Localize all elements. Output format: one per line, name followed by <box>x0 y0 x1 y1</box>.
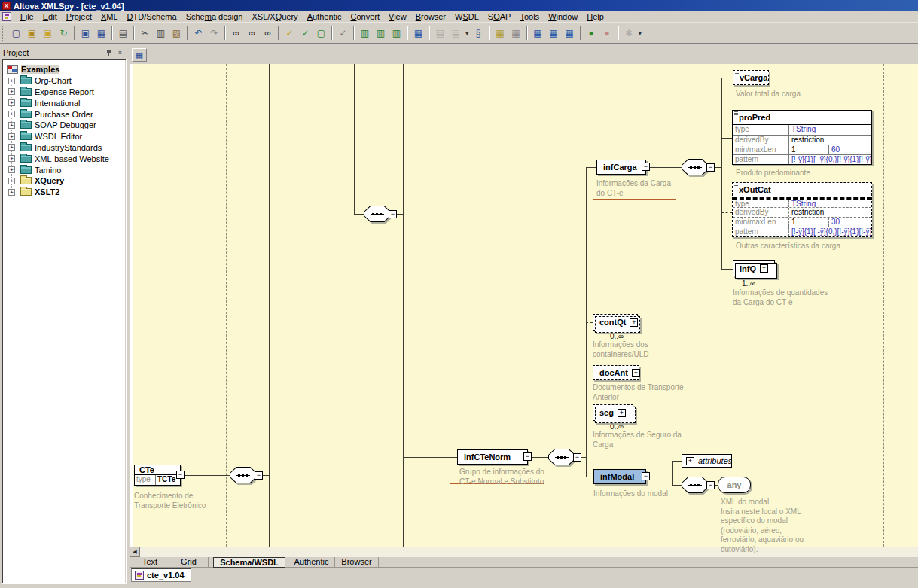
xsl-fo-transform-icon[interactable]: ▥ <box>374 26 388 40</box>
element-vcarga[interactable]: vCarga <box>733 70 769 85</box>
sidebar-item-wsdl-editor[interactable]: +WSDL Editor <box>2 131 126 142</box>
menu-tools[interactable]: Tools <box>515 11 544 22</box>
expand-toggle[interactable]: + <box>8 144 15 151</box>
menu-file[interactable]: File <box>16 11 38 22</box>
paste-icon[interactable]: ▧ <box>169 26 184 40</box>
expand-toggle-seg[interactable]: + <box>618 409 626 417</box>
collapse-toggle-infctenorm[interactable]: − <box>523 452 532 461</box>
collapse-toggle[interactable]: − <box>573 453 581 462</box>
collapse-toggle[interactable]: − <box>255 471 263 480</box>
menu-authentic[interactable]: Authentic <box>303 11 346 22</box>
expand-toggle[interactable]: + <box>8 155 15 162</box>
pin-icon[interactable] <box>104 48 114 57</box>
collapse-toggle-infcarga[interactable]: − <box>642 163 650 171</box>
sidebar-item-tamino[interactable]: +Tamino <box>2 164 126 175</box>
tab-text[interactable]: Text <box>131 557 169 567</box>
reload-icon[interactable]: ↻ <box>56 26 71 40</box>
db-export-icon[interactable]: ▦ <box>509 26 523 40</box>
element-infmodal[interactable]: infModal <box>593 469 646 484</box>
sequence-compositor[interactable] <box>364 206 391 222</box>
sequence-compositor-infmodal[interactable] <box>682 477 709 493</box>
attributes-box[interactable]: + attributes <box>682 454 732 468</box>
check-well-formed-icon[interactable]: ✓ <box>282 26 297 40</box>
sidebar-item-international[interactable]: +International <box>2 97 126 108</box>
show-globals-button[interactable]: ▦ <box>132 48 147 62</box>
print-icon[interactable]: ▤ <box>116 26 130 40</box>
toolbar-overflow-icon[interactable]: ▾ <box>639 29 642 37</box>
tab-schema-wsdl[interactable]: Schema/WSDL <box>213 557 285 568</box>
scripting-environment-icon[interactable]: ● <box>584 26 599 40</box>
undo-icon[interactable]: ↶ <box>191 26 206 40</box>
open-url-icon[interactable]: ▣ <box>41 26 55 40</box>
expand-toggle-docant[interactable]: + <box>632 369 640 377</box>
sequence-compositor-infctenorm[interactable] <box>548 449 575 465</box>
document-icon[interactable] <box>2 12 11 21</box>
element-infcarga[interactable]: infCarga <box>596 160 646 175</box>
table-view-icon[interactable]: ▦ <box>411 26 425 40</box>
menu-convert[interactable]: Convert <box>346 11 385 22</box>
sidebar-item-soap-debugger[interactable]: +SOAP Debugger <box>2 120 126 131</box>
element-docant[interactable]: docAnt + <box>593 365 639 380</box>
expand-toggle[interactable]: + <box>8 78 15 84</box>
sidebar-item-industrystandards[interactable]: +IndustryStandards <box>2 142 126 154</box>
collapse-toggle[interactable]: − <box>706 481 715 489</box>
expand-toggle[interactable]: + <box>8 178 15 184</box>
sidebar-item-xquery[interactable]: +XQuery <box>2 175 126 187</box>
copy-icon[interactable]: ▥ <box>154 26 168 40</box>
expand-toggle[interactable]: + <box>8 111 15 117</box>
collapse-toggle[interactable]: − <box>706 163 715 172</box>
element-infq[interactable]: infQ + <box>733 260 775 276</box>
redo-icon[interactable]: ↷ <box>207 26 221 40</box>
project-root-examples[interactable]: Examples <box>2 64 126 75</box>
expand-toggle[interactable]: + <box>8 99 15 106</box>
menu-soap[interactable]: SOAP <box>483 11 516 22</box>
file-tab-cte-v104[interactable]: cte_v1.04 <box>131 568 191 582</box>
cut-icon[interactable]: ✂ <box>138 26 152 40</box>
menu-browser[interactable]: Browser <box>411 11 450 22</box>
sidebar-item-xslt2[interactable]: +XSLT2 <box>2 187 126 198</box>
expand-toggle[interactable]: + <box>8 166 15 173</box>
expand-toggle[interactable]: + <box>8 189 15 196</box>
collapse-toggle[interactable]: − <box>389 210 397 218</box>
stop-script-icon[interactable]: ● <box>600 26 615 40</box>
element-any[interactable]: any <box>718 477 751 493</box>
expand-toggle-infq[interactable]: + <box>760 264 768 273</box>
new-file-icon[interactable]: ▢ <box>9 26 23 40</box>
menu-wsdl[interactable]: WSDL <box>450 11 483 22</box>
find-icon[interactable]: ∞ <box>229 26 243 40</box>
element-contqt[interactable]: contQt + <box>593 314 638 331</box>
scroll-left-icon[interactable]: ◀ <box>130 547 140 557</box>
window-layout-2-icon[interactable]: ▦ <box>547 26 561 40</box>
expand-toggle-contqt[interactable]: + <box>630 318 638 327</box>
window-layout-3-icon[interactable]: ▦ <box>563 26 577 40</box>
element-xoutcat[interactable]: xOutCat type TString derivedBy restricti… <box>732 182 872 237</box>
sidebar-item-expense-report[interactable]: +Expense Report <box>2 87 126 98</box>
save-icon[interactable]: ▣ <box>78 26 93 40</box>
tab-browser[interactable]: Browser <box>335 557 379 567</box>
toolbar-overflow-icon[interactable]: ▾ <box>465 29 469 37</box>
spell-check-icon[interactable]: ✓ <box>336 26 350 40</box>
db-import-icon[interactable]: ▦ <box>493 26 508 40</box>
sequence-compositor-infcarga[interactable] <box>682 159 709 175</box>
horizontal-scrollbar[interactable]: ◀ <box>130 547 918 557</box>
expand-toggle[interactable]: + <box>8 133 15 140</box>
element-propred[interactable]: proPred type TString derivedBy restricti… <box>732 110 872 165</box>
collapse-toggle-infmodal[interactable]: − <box>642 472 650 480</box>
sequence-compositor-cte[interactable] <box>230 467 257 483</box>
open-file-icon[interactable]: ▣ <box>25 26 39 40</box>
dtd-icon[interactable]: ▤ <box>433 26 447 40</box>
menu-schema-design[interactable]: Schema design <box>181 11 248 22</box>
close-icon[interactable]: × <box>115 48 125 57</box>
element-seg[interactable]: seg + <box>593 404 633 421</box>
menu-window[interactable]: Window <box>544 11 582 22</box>
menu-xsl-xquery[interactable]: XSL/XQuery <box>247 11 302 22</box>
find-in-files-icon[interactable]: ∞ <box>245 26 259 40</box>
menu-project[interactable]: Project <box>62 11 96 22</box>
collapse-toggle-cte[interactable]: − <box>176 471 185 479</box>
script-icon[interactable]: § <box>471 26 486 40</box>
menu-help[interactable]: Help <box>582 11 608 22</box>
assign-schema-icon[interactable]: ▢ <box>314 26 328 40</box>
macro-icon[interactable]: ✱ <box>622 26 636 40</box>
sidebar-item-org-chart[interactable]: +Org-Chart <box>2 75 126 87</box>
window-layout-1-icon[interactable]: ▦ <box>531 26 545 40</box>
